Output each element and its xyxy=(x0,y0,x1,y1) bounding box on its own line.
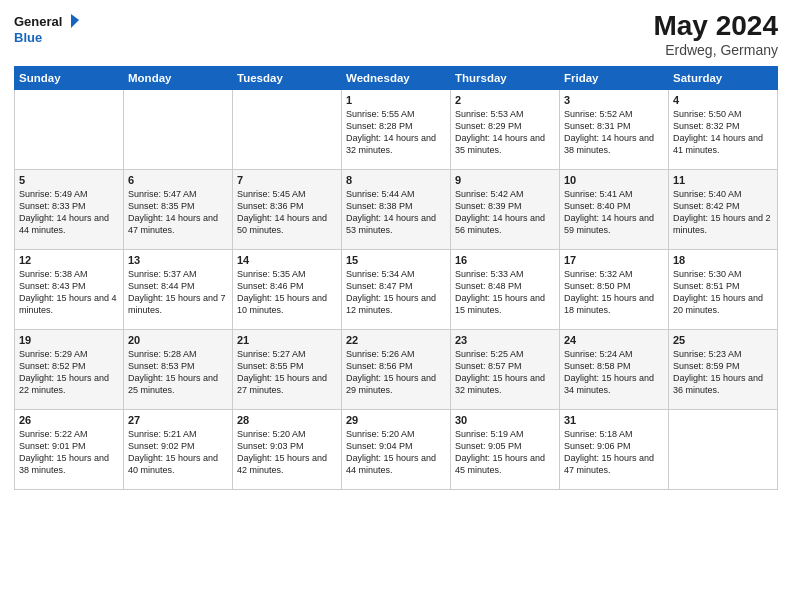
cell-content: Sunrise: 5:38 AM Sunset: 8:43 PM Dayligh… xyxy=(19,268,119,317)
calendar-cell: 31Sunrise: 5:18 AM Sunset: 9:06 PM Dayli… xyxy=(560,410,669,490)
cell-content: Sunrise: 5:25 AM Sunset: 8:57 PM Dayligh… xyxy=(455,348,555,397)
month-year: May 2024 xyxy=(653,10,778,42)
calendar-cell: 22Sunrise: 5:26 AM Sunset: 8:56 PM Dayli… xyxy=(342,330,451,410)
day-number: 3 xyxy=(564,94,664,106)
calendar-cell: 11Sunrise: 5:40 AM Sunset: 8:42 PM Dayli… xyxy=(669,170,778,250)
day-header-wednesday: Wednesday xyxy=(342,67,451,90)
svg-marker-2 xyxy=(71,14,79,28)
cell-content: Sunrise: 5:32 AM Sunset: 8:50 PM Dayligh… xyxy=(564,268,664,317)
day-number: 1 xyxy=(346,94,446,106)
calendar-cell: 2Sunrise: 5:53 AM Sunset: 8:29 PM Daylig… xyxy=(451,90,560,170)
calendar-cell: 12Sunrise: 5:38 AM Sunset: 8:43 PM Dayli… xyxy=(15,250,124,330)
cell-content: Sunrise: 5:19 AM Sunset: 9:05 PM Dayligh… xyxy=(455,428,555,477)
cell-content: Sunrise: 5:42 AM Sunset: 8:39 PM Dayligh… xyxy=(455,188,555,237)
day-number: 13 xyxy=(128,254,228,266)
day-number: 29 xyxy=(346,414,446,426)
cell-content: Sunrise: 5:30 AM Sunset: 8:51 PM Dayligh… xyxy=(673,268,773,317)
day-number: 4 xyxy=(673,94,773,106)
calendar-cell: 1Sunrise: 5:55 AM Sunset: 8:28 PM Daylig… xyxy=(342,90,451,170)
calendar-cell: 6Sunrise: 5:47 AM Sunset: 8:35 PM Daylig… xyxy=(124,170,233,250)
day-number: 31 xyxy=(564,414,664,426)
day-number: 21 xyxy=(237,334,337,346)
page-container: General Blue May 2024 Erdweg, Germany Su… xyxy=(0,0,792,500)
cell-content: Sunrise: 5:50 AM Sunset: 8:32 PM Dayligh… xyxy=(673,108,773,157)
calendar-cell: 24Sunrise: 5:24 AM Sunset: 8:58 PM Dayli… xyxy=(560,330,669,410)
cell-content: Sunrise: 5:44 AM Sunset: 8:38 PM Dayligh… xyxy=(346,188,446,237)
cell-content: Sunrise: 5:37 AM Sunset: 8:44 PM Dayligh… xyxy=(128,268,228,317)
day-number: 25 xyxy=(673,334,773,346)
day-number: 12 xyxy=(19,254,119,266)
day-number: 11 xyxy=(673,174,773,186)
calendar-cell: 7Sunrise: 5:45 AM Sunset: 8:36 PM Daylig… xyxy=(233,170,342,250)
calendar-cell xyxy=(15,90,124,170)
calendar-cell: 27Sunrise: 5:21 AM Sunset: 9:02 PM Dayli… xyxy=(124,410,233,490)
location: Erdweg, Germany xyxy=(653,42,778,58)
day-number: 9 xyxy=(455,174,555,186)
day-number: 30 xyxy=(455,414,555,426)
calendar-cell xyxy=(124,90,233,170)
cell-content: Sunrise: 5:28 AM Sunset: 8:53 PM Dayligh… xyxy=(128,348,228,397)
calendar-cell xyxy=(669,410,778,490)
day-number: 28 xyxy=(237,414,337,426)
cell-content: Sunrise: 5:26 AM Sunset: 8:56 PM Dayligh… xyxy=(346,348,446,397)
calendar-cell: 30Sunrise: 5:19 AM Sunset: 9:05 PM Dayli… xyxy=(451,410,560,490)
cell-content: Sunrise: 5:22 AM Sunset: 9:01 PM Dayligh… xyxy=(19,428,119,477)
day-number: 2 xyxy=(455,94,555,106)
calendar-cell xyxy=(233,90,342,170)
calendar-cell: 17Sunrise: 5:32 AM Sunset: 8:50 PM Dayli… xyxy=(560,250,669,330)
day-number: 10 xyxy=(564,174,664,186)
day-number: 27 xyxy=(128,414,228,426)
calendar-cell: 26Sunrise: 5:22 AM Sunset: 9:01 PM Dayli… xyxy=(15,410,124,490)
logo: General Blue xyxy=(14,10,84,50)
cell-content: Sunrise: 5:23 AM Sunset: 8:59 PM Dayligh… xyxy=(673,348,773,397)
calendar-cell: 28Sunrise: 5:20 AM Sunset: 9:03 PM Dayli… xyxy=(233,410,342,490)
cell-content: Sunrise: 5:33 AM Sunset: 8:48 PM Dayligh… xyxy=(455,268,555,317)
day-header-friday: Friday xyxy=(560,67,669,90)
day-number: 14 xyxy=(237,254,337,266)
day-number: 18 xyxy=(673,254,773,266)
title-block: May 2024 Erdweg, Germany xyxy=(653,10,778,58)
day-number: 23 xyxy=(455,334,555,346)
cell-content: Sunrise: 5:20 AM Sunset: 9:03 PM Dayligh… xyxy=(237,428,337,477)
cell-content: Sunrise: 5:49 AM Sunset: 8:33 PM Dayligh… xyxy=(19,188,119,237)
cell-content: Sunrise: 5:27 AM Sunset: 8:55 PM Dayligh… xyxy=(237,348,337,397)
calendar-table: SundayMondayTuesdayWednesdayThursdayFrid… xyxy=(14,66,778,490)
calendar-cell: 21Sunrise: 5:27 AM Sunset: 8:55 PM Dayli… xyxy=(233,330,342,410)
calendar-cell: 14Sunrise: 5:35 AM Sunset: 8:46 PM Dayli… xyxy=(233,250,342,330)
day-header-saturday: Saturday xyxy=(669,67,778,90)
cell-content: Sunrise: 5:24 AM Sunset: 8:58 PM Dayligh… xyxy=(564,348,664,397)
day-header-monday: Monday xyxy=(124,67,233,90)
day-header-tuesday: Tuesday xyxy=(233,67,342,90)
cell-content: Sunrise: 5:45 AM Sunset: 8:36 PM Dayligh… xyxy=(237,188,337,237)
day-number: 8 xyxy=(346,174,446,186)
calendar-cell: 4Sunrise: 5:50 AM Sunset: 8:32 PM Daylig… xyxy=(669,90,778,170)
calendar-cell: 10Sunrise: 5:41 AM Sunset: 8:40 PM Dayli… xyxy=(560,170,669,250)
calendar-cell: 19Sunrise: 5:29 AM Sunset: 8:52 PM Dayli… xyxy=(15,330,124,410)
day-number: 15 xyxy=(346,254,446,266)
calendar-cell: 16Sunrise: 5:33 AM Sunset: 8:48 PM Dayli… xyxy=(451,250,560,330)
calendar-cell: 18Sunrise: 5:30 AM Sunset: 8:51 PM Dayli… xyxy=(669,250,778,330)
day-number: 7 xyxy=(237,174,337,186)
logo-svg: General Blue xyxy=(14,10,84,50)
day-number: 16 xyxy=(455,254,555,266)
day-number: 6 xyxy=(128,174,228,186)
day-header-sunday: Sunday xyxy=(15,67,124,90)
cell-content: Sunrise: 5:40 AM Sunset: 8:42 PM Dayligh… xyxy=(673,188,773,237)
svg-text:General: General xyxy=(14,14,62,29)
cell-content: Sunrise: 5:52 AM Sunset: 8:31 PM Dayligh… xyxy=(564,108,664,157)
day-number: 24 xyxy=(564,334,664,346)
day-number: 26 xyxy=(19,414,119,426)
calendar-cell: 25Sunrise: 5:23 AM Sunset: 8:59 PM Dayli… xyxy=(669,330,778,410)
calendar-cell: 5Sunrise: 5:49 AM Sunset: 8:33 PM Daylig… xyxy=(15,170,124,250)
cell-content: Sunrise: 5:53 AM Sunset: 8:29 PM Dayligh… xyxy=(455,108,555,157)
day-number: 17 xyxy=(564,254,664,266)
calendar-cell: 13Sunrise: 5:37 AM Sunset: 8:44 PM Dayli… xyxy=(124,250,233,330)
cell-content: Sunrise: 5:21 AM Sunset: 9:02 PM Dayligh… xyxy=(128,428,228,477)
calendar-cell: 23Sunrise: 5:25 AM Sunset: 8:57 PM Dayli… xyxy=(451,330,560,410)
cell-content: Sunrise: 5:35 AM Sunset: 8:46 PM Dayligh… xyxy=(237,268,337,317)
calendar-cell: 8Sunrise: 5:44 AM Sunset: 8:38 PM Daylig… xyxy=(342,170,451,250)
svg-text:Blue: Blue xyxy=(14,30,42,45)
day-number: 5 xyxy=(19,174,119,186)
calendar-cell: 15Sunrise: 5:34 AM Sunset: 8:47 PM Dayli… xyxy=(342,250,451,330)
header: General Blue May 2024 Erdweg, Germany xyxy=(14,10,778,58)
